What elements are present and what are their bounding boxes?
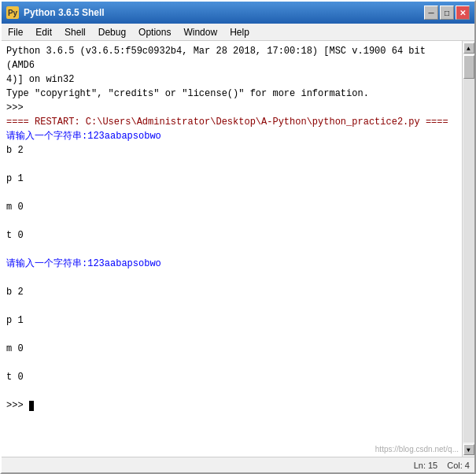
input-prompt-2: 请输入一个字符串:123aabapsobwo [6,258,161,269]
status-col: Col: 4 [447,461,470,470]
menu-options[interactable]: Options [132,25,177,39]
main-area: Python 3.6.5 (v3.6.5:f59c0932b4, Mar 28 … [2,41,474,457]
menu-bar: File Edit Shell Debug Options Window Hel… [2,24,474,41]
title-buttons: ─ □ ✕ [424,6,470,20]
title-bar: Py Python 3.6.5 Shell ─ □ ✕ [2,2,474,24]
prompt-final: >>> [6,400,29,411]
app-icon: Py [6,6,19,19]
maximize-button[interactable]: □ [440,6,454,20]
shell-text: Python 3.6.5 (v3.6.5:f59c0932b4, Mar 28 … [6,44,457,413]
menu-debug[interactable]: Debug [92,25,132,39]
menu-file[interactable]: File [2,25,29,39]
output-t1: t 0 [6,230,24,241]
window-title: Python 3.6.5 Shell [24,7,105,18]
scroll-track [463,55,474,443]
restart-line: ==== RESTART: C:\Users\Administrator\Des… [6,117,448,128]
line-1: Python 3.6.5 (v3.6.5:f59c0932b4, Mar 28 … [6,46,431,99]
menu-shell[interactable]: Shell [58,25,92,39]
status-bar: Ln: 15 Col: 4 [2,457,474,472]
close-button[interactable]: ✕ [456,6,470,20]
shell-output[interactable]: Python 3.6.5 (v3.6.5:f59c0932b4, Mar 28 … [2,41,462,457]
output-p2: p 1 [6,315,24,326]
output-b1: b 2 [6,145,24,156]
input-prompt-1: 请输入一个字符串:123aabapsobwo [6,131,161,142]
status-ln: Ln: 15 [414,461,438,470]
minimize-button[interactable]: ─ [424,6,438,20]
status-right: Ln: 15 Col: 4 [414,461,470,470]
menu-edit[interactable]: Edit [29,25,58,39]
menu-help[interactable]: Help [223,25,256,39]
output-b2: b 2 [6,287,24,298]
output-t2: t 0 [6,372,24,383]
watermark: https://blog.csdn.net/q... [375,443,459,455]
output-m2: m 0 [6,343,24,354]
scroll-down-button[interactable]: ▼ [463,444,474,455]
prompt-1: >>> [6,102,29,113]
scroll-thumb[interactable] [463,55,474,79]
output-m1: m 0 [6,202,24,213]
title-bar-left: Py Python 3.6.5 Shell [6,6,105,19]
scroll-up-button[interactable]: ▲ [463,43,474,54]
scrollbar[interactable]: ▲ ▼ [462,41,474,457]
cursor [29,401,34,411]
output-p1: p 1 [6,173,24,184]
main-window: Py Python 3.6.5 Shell ─ □ ✕ File Edit Sh… [0,0,476,474]
menu-window[interactable]: Window [177,25,223,39]
